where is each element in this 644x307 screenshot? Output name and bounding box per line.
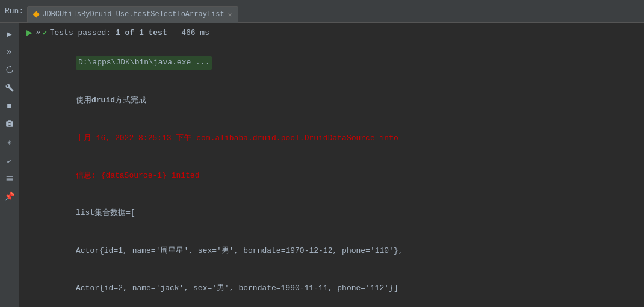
run-tab[interactable]: JDBCUtilsByDruid_Use.testSelectToArrayLi…: [27, 6, 238, 23]
run-icon[interactable]: ▶: [26, 26, 33, 39]
list-icon[interactable]: [1, 170, 18, 187]
main-layout: ▶ » ■ ✳ ↙ 📌: [0, 23, 644, 307]
camera-icon[interactable]: [1, 116, 18, 132]
top-bar: Run: JDBCUtilsByDruid_Use.testSelectToAr…: [0, 0, 644, 23]
pin-icon[interactable]: 📌: [1, 188, 18, 205]
line5-text: Actor{id=1, name='周星星', sex='男', borndat…: [76, 246, 403, 255]
console-line-5: Actor{id=1, name='周星星', sex='男', borndat…: [26, 232, 644, 270]
tests-passed-label: Tests passed: 1 of 1 test – 466 ms: [50, 28, 209, 37]
info-text: info: [380, 134, 398, 143]
svg-point-0: [8, 123, 10, 125]
tests-passed-text: Tests passed:: [50, 28, 111, 37]
line1-text: 使用druid方式完成: [76, 96, 146, 105]
tab-close-icon[interactable]: ✕: [228, 11, 232, 19]
import-icon[interactable]: ↙: [1, 152, 18, 169]
console-output: D:\apps\JDK\bin\java.exe ... 使用druid方式完成…: [26, 41, 644, 307]
line3-text: 信息: {dataSource-1} inited: [76, 171, 199, 180]
test-duration: – 466 ms: [172, 28, 209, 37]
chevron-icon[interactable]: »: [1, 43, 18, 60]
output-panel: ▶ » ✔ Tests passed: 1 of 1 test – 466 ms…: [19, 23, 644, 307]
tab-diamond-icon: [33, 11, 40, 17]
rerun-icon[interactable]: [1, 61, 18, 78]
java-cmd-text: D:\apps\JDK\bin\java.exe ...: [76, 56, 212, 70]
line2-text: 十月 16, 2022 8:25:13 下午 com.alibaba.druid…: [76, 134, 379, 143]
content-area: ▶ » ✔ Tests passed: 1 of 1 test – 466 ms…: [19, 23, 644, 307]
expand-chevron-icon: »: [36, 28, 40, 37]
status-bar: ▶ » ✔ Tests passed: 1 of 1 test – 466 ms: [26, 25, 644, 40]
line4-text: list集合数据=[: [76, 208, 135, 217]
play-button[interactable]: ▶: [1, 25, 18, 42]
wrench-icon[interactable]: [1, 79, 18, 96]
run-label: Run:: [5, 7, 23, 16]
test-count: 1 of 1 test: [116, 28, 167, 37]
console-line-2: 十月 16, 2022 8:25:13 下午 com.alibaba.druid…: [26, 120, 644, 157]
stop-icon[interactable]: ■: [1, 98, 18, 114]
console-line-java: D:\apps\JDK\bin\java.exe ...: [26, 43, 644, 82]
console-line-4: list集合数据=[: [26, 195, 644, 232]
console-line-6: Actor{id=2, name='jack', sex='男', bornda…: [26, 270, 644, 307]
console-line-3: 信息: {dataSource-1} inited: [26, 157, 644, 194]
sidebar: ▶ » ■ ✳ ↙ 📌: [0, 23, 19, 307]
console-line-1: 使用druid方式完成: [26, 82, 644, 119]
pass-checkmark-icon: ✔: [43, 28, 48, 37]
asterisk-icon[interactable]: ✳: [1, 134, 18, 150]
line6-text: Actor{id=2, name='jack', sex='男', bornda…: [76, 284, 398, 293]
tab-name: JDBCUtilsByDruid_Use.testSelectToArrayLi…: [42, 10, 224, 19]
